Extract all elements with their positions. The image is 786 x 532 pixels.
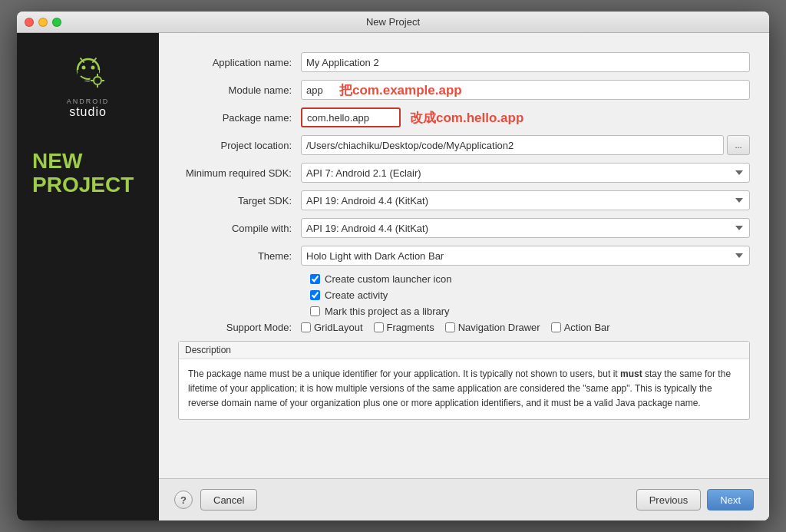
theme-label: Theme: (178, 250, 301, 262)
target-sdk-field-wrapper: API 19: Android 4.4 (KitKat) (301, 190, 750, 210)
package-name-field-wrapper: 改成com.hello.app (301, 107, 750, 127)
support-nav-drawer-option: Navigation Drawer (445, 322, 540, 333)
package-annotation: 改成com.hello.app (410, 107, 523, 127)
fragments-label: Fragments (387, 322, 434, 333)
theme-row: Theme: Holo Light with Dark Action Bar (178, 246, 750, 266)
nav-drawer-checkbox[interactable] (445, 322, 455, 332)
traffic-lights (25, 18, 61, 27)
svg-point-6 (91, 66, 94, 70)
support-mode-row: Support Mode: GridLayout Fragments Na (178, 322, 750, 333)
new-project-title: NEW PROJECT (17, 150, 159, 197)
target-sdk-select[interactable]: API 19: Android 4.4 (KitKat) (301, 190, 750, 210)
svg-point-5 (81, 66, 85, 70)
browse-button[interactable]: ... (727, 135, 750, 155)
form-area: Application name: Module name: 把com.exam… (159, 33, 769, 478)
close-button[interactable] (25, 18, 34, 27)
bottom-left: ? Cancel (174, 489, 257, 511)
target-sdk-label: Target SDK: (178, 195, 301, 207)
app-name-label: Application name: (178, 57, 301, 68)
nav-drawer-label: Navigation Drawer (458, 322, 540, 333)
module-annotation: 把com.example.app (339, 81, 462, 99)
support-grid-option: GridLayout (301, 322, 363, 333)
project-location-field-wrapper: ... (301, 135, 750, 155)
fragments-checkbox[interactable] (374, 322, 384, 332)
description-text-part1: The package name must be a unique identi… (188, 368, 618, 379)
target-sdk-row: Target SDK: API 19: Android 4.4 (KitKat) (178, 190, 750, 210)
android-label: ANDROID (67, 97, 110, 105)
module-name-field-wrapper: 把com.example.app (301, 80, 750, 100)
min-sdk-row: Minimum required SDK: API 7: Android 2.1… (178, 163, 750, 183)
compile-with-label: Compile with: (178, 223, 301, 234)
min-sdk-field-wrapper: API 7: Android 2.1 (Eclair) (301, 163, 750, 183)
minimize-button[interactable] (38, 18, 48, 27)
activity-checkbox-label: Create activity (325, 289, 388, 301)
compile-with-row: Compile with: API 19: Android 4.4 (KitKa… (178, 218, 750, 238)
support-options: GridLayout Fragments Navigation Drawer (301, 322, 610, 333)
next-button[interactable]: Next (707, 489, 754, 511)
android-studio-logo-icon (65, 48, 111, 94)
package-name-label: Package name: (178, 112, 301, 124)
maximize-button[interactable] (52, 18, 61, 27)
window-title: New Project (366, 16, 420, 28)
previous-button[interactable]: Previous (636, 489, 702, 511)
app-name-field-wrapper (301, 52, 750, 72)
help-button[interactable]: ? (174, 491, 193, 509)
sidebar: ANDROID studio NEW PROJECT (17, 33, 159, 520)
activity-checkbox-row: Create activity (310, 289, 750, 301)
grid-checkbox[interactable] (301, 322, 311, 332)
description-title: Description (179, 342, 749, 359)
module-name-row: Module name: 把com.example.app (178, 80, 750, 100)
theme-field-wrapper: Holo Light with Dark Action Bar (301, 246, 750, 266)
app-name-row: Application name: (178, 52, 750, 72)
min-sdk-select[interactable]: API 7: Android 2.1 (Eclair) (301, 163, 750, 183)
library-checkbox[interactable] (310, 306, 320, 316)
main-content: Application name: Module name: 把com.exam… (159, 33, 769, 520)
activity-checkbox[interactable] (310, 290, 320, 300)
grid-label: GridLayout (314, 322, 363, 333)
launcher-checkbox[interactable] (310, 274, 320, 284)
description-must: must (620, 368, 642, 379)
window-body: ANDROID studio NEW PROJECT Application n… (17, 33, 769, 520)
package-name-input[interactable] (301, 107, 401, 127)
project-location-row: Project location: ... (178, 135, 750, 155)
library-checkbox-row: Mark this project as a library (310, 306, 750, 317)
bottom-right: Previous Next (636, 489, 754, 511)
support-mode-label: Support Mode: (178, 322, 301, 333)
description-text: The package name must be a unique identi… (179, 359, 749, 419)
launcher-checkbox-label: Create custom launcher icon (325, 273, 451, 285)
min-sdk-label: Minimum required SDK: (178, 167, 301, 179)
support-action-bar-option: Action Bar (551, 322, 610, 333)
app-name-input[interactable] (301, 52, 750, 72)
title-bar: New Project (17, 12, 769, 33)
bottom-bar: ? Cancel Previous Next (159, 478, 769, 520)
launcher-checkbox-row: Create custom launcher icon (310, 273, 750, 285)
support-fragments-option: Fragments (374, 322, 434, 333)
new-project-window: New Project (17, 12, 769, 520)
package-name-row: Package name: 改成com.hello.app (178, 107, 750, 127)
compile-with-select[interactable]: API 19: Android 4.4 (KitKat) (301, 218, 750, 238)
cancel-button[interactable]: Cancel (200, 489, 257, 511)
action-bar-label: Action Bar (564, 322, 610, 333)
action-bar-checkbox[interactable] (551, 322, 561, 332)
compile-with-field-wrapper: API 19: Android 4.4 (KitKat) (301, 218, 750, 238)
library-checkbox-label: Mark this project as a library (325, 306, 450, 317)
project-location-label: Project location: (178, 140, 301, 151)
studio-label: studio (69, 105, 107, 119)
theme-select[interactable]: Holo Light with Dark Action Bar (301, 246, 750, 266)
sidebar-logo: ANDROID studio (65, 48, 111, 119)
description-section: Description The package name must be a u… (178, 341, 750, 420)
project-location-input[interactable] (301, 135, 724, 155)
module-name-label: Module name: (178, 84, 301, 96)
